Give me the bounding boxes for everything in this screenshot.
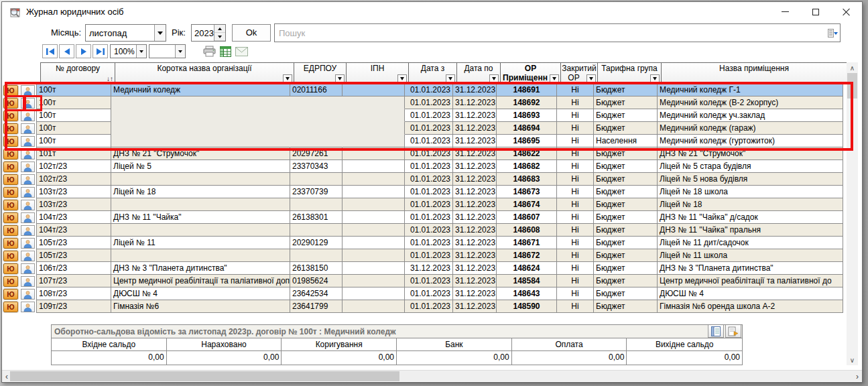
cell-edrpou[interactable]: 23642534 — [290, 287, 343, 300]
cell-closed[interactable]: Ні — [557, 160, 594, 173]
table-row[interactable]: Ю100т01.01.202331.12.2023148692НіБюджетМ… — [2, 96, 848, 109]
cell-ipn[interactable] — [343, 300, 405, 313]
cell-date_from[interactable]: 01.01.2023 — [405, 135, 453, 147]
legal-entity-card-button[interactable]: Ю — [3, 200, 18, 210]
cell-or[interactable]: 148643 — [497, 287, 557, 300]
scroll-up-icon[interactable]: ∧ — [847, 62, 858, 73]
cell-ipn[interactable] — [343, 147, 405, 160]
maximize-button[interactable] — [800, 2, 831, 21]
cell-edrpou[interactable]: 20290129 — [290, 237, 343, 249]
cell-org[interactable] — [111, 135, 290, 147]
cell-closed[interactable]: Ні — [557, 198, 594, 211]
cell-date_to[interactable]: 31.12.2023 — [453, 198, 497, 211]
next-record-button[interactable] — [76, 44, 91, 58]
cell-org[interactable]: ДЮСШ № 4 — [111, 287, 290, 300]
previous-record-button[interactable] — [59, 44, 74, 58]
cell-num[interactable]: 104т/23 — [37, 211, 111, 224]
table-row[interactable]: Ю105т/2301.01.202331.12.2023148672НіБюдж… — [2, 249, 848, 262]
cell-num[interactable]: 103т/23 — [37, 186, 111, 198]
cell-date_from[interactable]: 31.12.2023 — [405, 262, 453, 275]
filter-dropdown-icon[interactable] — [586, 74, 596, 82]
cell-date_from[interactable]: 01.01.2023 — [405, 147, 453, 160]
column-header-premise[interactable]: Назва приміщення — [662, 63, 847, 84]
cell-edrpou[interactable]: 23370343 — [290, 160, 343, 173]
cell-closed[interactable]: Ні — [557, 237, 594, 249]
cell-ipn[interactable] — [343, 287, 405, 300]
cell-num[interactable]: 106т/23 — [37, 262, 111, 275]
cell-closed[interactable]: Ні — [557, 287, 594, 300]
cell-num[interactable]: 100т — [37, 109, 111, 122]
legal-entity-card-button[interactable]: Ю — [3, 174, 18, 185]
cell-ipn[interactable] — [343, 262, 405, 275]
cell-or[interactable]: 148683 — [497, 173, 557, 186]
cell-org[interactable]: Медичний коледж — [111, 84, 290, 96]
cell-ipn[interactable] — [343, 135, 405, 147]
cell-date_to[interactable]: 31.12.2023 — [453, 96, 497, 109]
cell-edrpou[interactable]: 20297261 — [290, 147, 343, 160]
cell-premise[interactable]: Медичний коледж Г-1 — [658, 84, 843, 96]
cell-ipn[interactable] — [343, 96, 405, 109]
cell-num[interactable]: 105т/23 — [37, 237, 111, 249]
cell-premise[interactable]: Ліцей № 18 школа — [658, 186, 843, 198]
cell-or[interactable]: 148693 — [497, 109, 557, 122]
cell-tariff[interactable]: Бюджет — [594, 96, 658, 109]
legal-entity-card-button[interactable]: Ю — [3, 212, 18, 223]
cell-num[interactable]: 104т/23 — [37, 224, 111, 237]
table-row[interactable]: Ю109т/23Гімназія №62364179901.01.202331.… — [2, 300, 848, 313]
cell-tariff[interactable]: Бюджет — [594, 275, 658, 287]
cell-tariff[interactable]: Бюджет — [594, 122, 658, 135]
cell-date_from[interactable]: 01.01.2023 — [405, 224, 453, 237]
cell-num[interactable]: 108т/23 — [37, 287, 111, 300]
month-combobox[interactable]: листопад — [85, 24, 166, 42]
cell-date_to[interactable]: 31.12.2023 — [453, 173, 497, 186]
person-card-button[interactable] — [21, 289, 35, 300]
cell-closed[interactable]: Ні — [557, 249, 594, 262]
print-button[interactable] — [202, 44, 217, 58]
secondary-combobox[interactable] — [149, 44, 186, 58]
cell-edrpou[interactable]: 26138301 — [290, 211, 343, 224]
person-card-button[interactable] — [21, 85, 35, 96]
chevron-down-icon[interactable] — [175, 45, 185, 58]
cell-tariff[interactable]: Бюджет — [594, 237, 658, 249]
column-header-tariff[interactable]: Тарифна група — [598, 63, 662, 84]
cell-tariff[interactable]: Бюджет — [594, 198, 658, 211]
export-excel-button[interactable] — [218, 44, 233, 58]
cell-org[interactable]: Ліцей № 11 — [111, 237, 290, 249]
cell-premise[interactable]: ДЮСШ № 4 — [658, 287, 843, 300]
horizontal-scrollbar[interactable]: ‹ › — [2, 370, 862, 381]
cell-org[interactable]: ДНЗ № 11 "Чайка" — [111, 211, 290, 224]
cell-edrpou[interactable]: 23641799 — [290, 300, 343, 313]
cell-num[interactable]: 100т — [37, 84, 111, 96]
cell-closed[interactable]: Ні — [557, 275, 594, 287]
table-row[interactable]: Ю106т/23ДНЗ № 3 "Планета дитинства"26138… — [2, 262, 848, 275]
cell-org[interactable] — [111, 109, 290, 122]
cell-date_from[interactable]: 01.01.2023 — [405, 300, 453, 313]
spin-down-icon[interactable] — [214, 33, 225, 41]
person-card-button[interactable] — [21, 162, 35, 172]
cell-date_to[interactable]: 31.12.2023 — [453, 84, 497, 96]
person-card-button[interactable] — [21, 149, 35, 159]
legal-entity-card-button[interactable]: Ю — [3, 302, 18, 312]
person-card-button[interactable] — [21, 302, 35, 312]
column-header-date_to[interactable]: Дата по — [457, 63, 501, 84]
cell-ipn[interactable] — [343, 198, 405, 211]
cell-premise[interactable]: Медичний коледж (гуртожиток) — [658, 135, 843, 147]
cell-or[interactable]: 148608 — [497, 224, 557, 237]
cell-or[interactable]: 148672 — [497, 249, 557, 262]
cell-or[interactable]: 148590 — [497, 300, 557, 313]
cell-ipn[interactable] — [343, 160, 405, 173]
cell-num[interactable]: 102т/23 — [37, 173, 111, 186]
cell-date_from[interactable]: 01.01.2023 — [405, 173, 453, 186]
cell-date_from[interactable]: 01.01.2023 — [405, 96, 453, 109]
column-header-num[interactable]: № договору↓↑ — [41, 63, 115, 84]
table-row[interactable]: Ю101тДНЗ № 21 "Струмочок"2029726101.01.2… — [2, 147, 848, 160]
open-journal-button[interactable] — [708, 325, 724, 338]
cell-premise[interactable]: Центр медичної реабілітації та паліативн… — [658, 275, 843, 287]
filter-dropdown-icon[interactable] — [335, 74, 345, 82]
filter-dropdown-icon[interactable] — [446, 74, 455, 82]
cell-closed[interactable]: Ні — [557, 173, 594, 186]
cell-edrpou[interactable] — [290, 249, 343, 262]
cell-edrpou[interactable] — [290, 122, 343, 135]
cell-edrpou[interactable]: 23370739 — [290, 186, 343, 198]
cell-date_from[interactable]: 01.01.2023 — [405, 109, 453, 122]
